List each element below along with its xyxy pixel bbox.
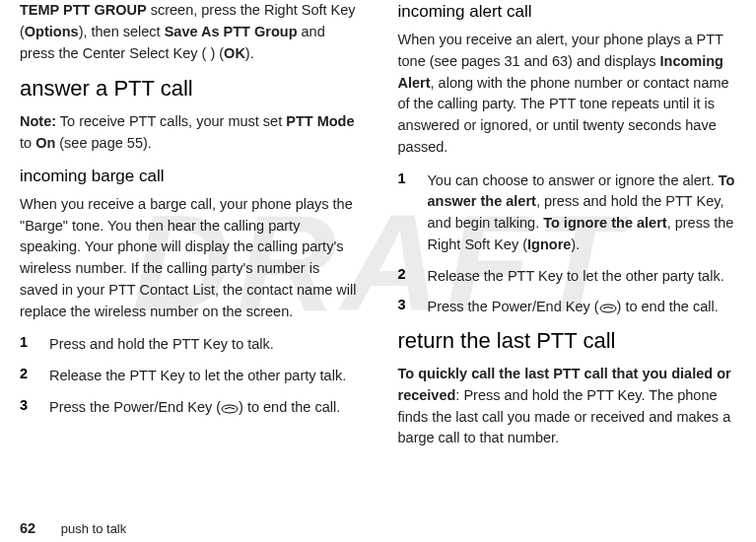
text: Note:: [20, 113, 56, 129]
text: , along with the phone number or contact…: [398, 75, 729, 155]
end-key-icon: [599, 297, 617, 318]
step-number: 2: [398, 266, 410, 288]
barge-paragraph: When you receive a barge call, your phon…: [20, 194, 359, 323]
list-item: 3 Press the Power/End Key () to end the …: [398, 297, 737, 318]
end-key-icon: [221, 397, 239, 419]
step-text: Press the Power/End Key () to end the ca…: [49, 397, 340, 419]
text: To ignore the alert: [543, 215, 666, 231]
step-number: 1: [398, 170, 410, 256]
right-column: incoming alert call When you receive an …: [398, 0, 737, 461]
step-text: Release the PTT Key to let the other par…: [428, 266, 724, 288]
list-item: 1 You can choose to answer or ignore the…: [398, 170, 737, 256]
svg-point-1: [600, 305, 616, 312]
list-item: 2 Release the PTT Key to let the other p…: [20, 366, 359, 387]
footer: 62 push to talk: [20, 520, 126, 536]
list-item: 2 Release the PTT Key to let the other p…: [398, 266, 737, 288]
text: Save As PTT Group: [165, 24, 298, 39]
text: to: [20, 135, 35, 151]
step-text: You can choose to answer or ignore the a…: [428, 170, 737, 256]
text: OK: [224, 45, 245, 61]
step-number: 3: [398, 297, 410, 318]
text: ).: [571, 237, 580, 252]
text: TEMP PTT GROUP: [20, 2, 147, 18]
text-a: Press the Power/End Key (: [428, 299, 599, 314]
text: PTT Mode: [286, 113, 354, 129]
heading-return-last-ptt: return the last PTT call: [398, 328, 737, 354]
text: (see page 55).: [55, 135, 152, 151]
text: To receive PTT calls, your must set: [56, 113, 286, 129]
step-text: Press the Power/End Key () to end the ca…: [428, 297, 719, 318]
step-number: 3: [20, 397, 32, 419]
step-text: Press and hold the PTT Key to talk.: [49, 334, 274, 356]
text-a: Press the Power/End Key (: [49, 399, 221, 415]
text: ), then select: [79, 24, 165, 39]
alert-paragraph: When you receive an alert, your phone pl…: [398, 30, 737, 159]
content-columns: TEMP PTT GROUP screen, press the Right S…: [0, 0, 756, 461]
page-number: 62: [20, 520, 35, 536]
text: Options: [25, 24, 79, 39]
note-paragraph: Note: To receive PTT calls, your must se…: [20, 111, 359, 155]
heading-incoming-alert: incoming alert call: [398, 2, 737, 22]
text: ).: [245, 45, 254, 61]
svg-point-0: [222, 405, 238, 413]
step-number: 1: [20, 334, 32, 356]
text-b: ) to end the call.: [239, 399, 340, 415]
heading-incoming-barge: incoming barge call: [20, 167, 359, 186]
return-paragraph: To quickly call the last PTT call that y…: [398, 364, 737, 449]
left-column: TEMP PTT GROUP screen, press the Right S…: [20, 0, 359, 461]
step-text: Release the PTT Key to let the other par…: [49, 366, 346, 387]
list-item: 1 Press and hold the PTT Key to talk.: [20, 334, 359, 356]
heading-answer-ptt: answer a PTT call: [20, 76, 359, 102]
text-b: ) to end the call.: [617, 299, 719, 314]
step-number: 2: [20, 366, 32, 387]
text: You can choose to answer or ignore the a…: [428, 172, 719, 188]
intro-paragraph: TEMP PTT GROUP screen, press the Right S…: [20, 0, 359, 64]
text: On: [35, 135, 55, 151]
text: Ignore: [527, 237, 571, 252]
list-item: 3 Press the Power/End Key () to end the …: [20, 397, 359, 419]
section-label: push to talk: [61, 521, 127, 536]
